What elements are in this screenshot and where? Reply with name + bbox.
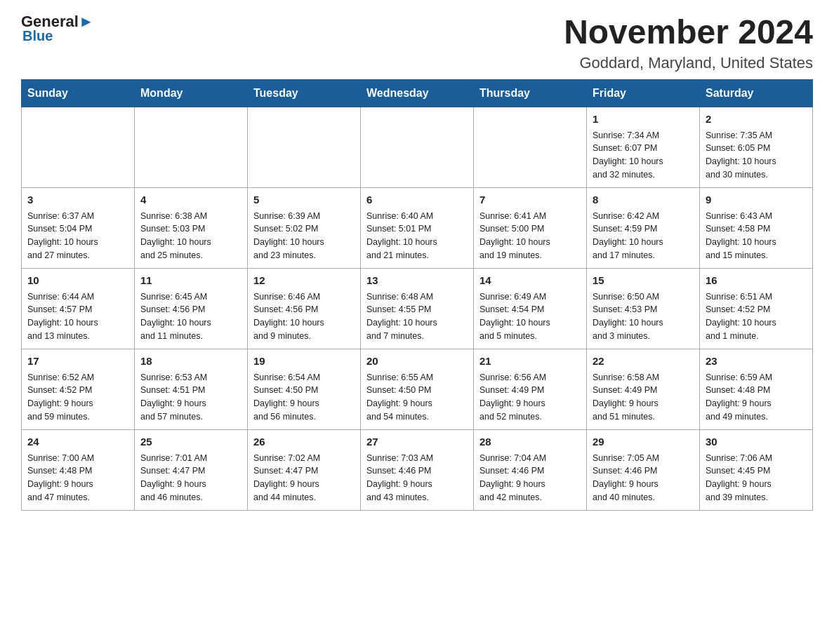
day-number: 23 bbox=[706, 354, 807, 369]
calendar-day-cell: 20Sunrise: 6:55 AM Sunset: 4:50 PM Dayli… bbox=[361, 349, 474, 429]
calendar-day-cell: 24Sunrise: 7:00 AM Sunset: 4:48 PM Dayli… bbox=[22, 429, 135, 510]
calendar-day-cell: 26Sunrise: 7:02 AM Sunset: 4:47 PM Dayli… bbox=[248, 429, 361, 510]
day-of-week-header: Tuesday bbox=[248, 79, 361, 107]
day-sun-info: Sunrise: 6:48 AM Sunset: 4:55 PM Dayligh… bbox=[366, 290, 468, 343]
day-number: 15 bbox=[593, 273, 694, 288]
calendar-day-cell: 3Sunrise: 6:37 AM Sunset: 5:04 PM Daylig… bbox=[22, 187, 135, 268]
calendar-day-cell: 25Sunrise: 7:01 AM Sunset: 4:47 PM Dayli… bbox=[135, 429, 248, 510]
day-number: 12 bbox=[253, 273, 355, 288]
day-sun-info: Sunrise: 7:03 AM Sunset: 4:46 PM Dayligh… bbox=[366, 452, 468, 504]
calendar-day-cell bbox=[135, 107, 248, 187]
day-sun-info: Sunrise: 6:52 AM Sunset: 4:52 PM Dayligh… bbox=[27, 371, 128, 424]
day-number: 25 bbox=[140, 434, 241, 450]
day-sun-info: Sunrise: 6:56 AM Sunset: 4:49 PM Dayligh… bbox=[479, 371, 581, 424]
day-of-week-header: Friday bbox=[587, 79, 700, 107]
calendar-day-cell: 5Sunrise: 6:39 AM Sunset: 5:02 PM Daylig… bbox=[248, 187, 361, 268]
calendar-week-row: 24Sunrise: 7:00 AM Sunset: 4:48 PM Dayli… bbox=[22, 429, 813, 510]
day-sun-info: Sunrise: 6:59 AM Sunset: 4:48 PM Dayligh… bbox=[706, 371, 807, 424]
day-number: 6 bbox=[366, 192, 468, 208]
calendar-day-cell: 27Sunrise: 7:03 AM Sunset: 4:46 PM Dayli… bbox=[361, 429, 474, 510]
day-of-week-header: Wednesday bbox=[361, 79, 474, 107]
day-number: 27 bbox=[366, 434, 468, 450]
day-number: 22 bbox=[593, 354, 694, 369]
day-sun-info: Sunrise: 7:04 AM Sunset: 4:46 PM Dayligh… bbox=[479, 452, 581, 504]
day-sun-info: Sunrise: 7:01 AM Sunset: 4:47 PM Dayligh… bbox=[140, 452, 241, 504]
calendar-table: SundayMondayTuesdayWednesdayThursdayFrid… bbox=[21, 79, 813, 511]
logo: General ► Blue bbox=[21, 14, 94, 44]
day-number: 17 bbox=[27, 354, 128, 369]
day-sun-info: Sunrise: 6:46 AM Sunset: 4:56 PM Dayligh… bbox=[253, 290, 355, 343]
day-number: 20 bbox=[366, 354, 468, 369]
day-sun-info: Sunrise: 7:00 AM Sunset: 4:48 PM Dayligh… bbox=[27, 452, 128, 504]
day-sun-info: Sunrise: 6:37 AM Sunset: 5:04 PM Dayligh… bbox=[27, 210, 128, 262]
day-sun-info: Sunrise: 6:44 AM Sunset: 4:57 PM Dayligh… bbox=[27, 290, 128, 343]
calendar-day-cell: 2Sunrise: 7:35 AM Sunset: 6:05 PM Daylig… bbox=[700, 107, 813, 187]
day-sun-info: Sunrise: 6:40 AM Sunset: 5:01 PM Dayligh… bbox=[366, 210, 468, 262]
calendar-header-row: SundayMondayTuesdayWednesdayThursdayFrid… bbox=[22, 79, 813, 107]
day-sun-info: Sunrise: 7:05 AM Sunset: 4:46 PM Dayligh… bbox=[593, 452, 694, 504]
day-number: 30 bbox=[706, 434, 807, 450]
day-number: 18 bbox=[140, 354, 241, 369]
day-number: 4 bbox=[140, 192, 241, 208]
day-number: 13 bbox=[366, 273, 468, 288]
day-sun-info: Sunrise: 7:34 AM Sunset: 6:07 PM Dayligh… bbox=[593, 129, 694, 182]
calendar-day-cell: 23Sunrise: 6:59 AM Sunset: 4:48 PM Dayli… bbox=[700, 349, 813, 429]
calendar-week-row: 17Sunrise: 6:52 AM Sunset: 4:52 PM Dayli… bbox=[22, 349, 813, 429]
calendar-day-cell: 6Sunrise: 6:40 AM Sunset: 5:01 PM Daylig… bbox=[361, 187, 474, 268]
title-area: November 2024 Goddard, Maryland, United … bbox=[564, 14, 813, 72]
day-sun-info: Sunrise: 6:55 AM Sunset: 4:50 PM Dayligh… bbox=[366, 371, 468, 424]
calendar-day-cell: 22Sunrise: 6:58 AM Sunset: 4:49 PM Dayli… bbox=[587, 349, 700, 429]
logo-blue-text: ► bbox=[79, 14, 94, 29]
calendar-day-cell: 9Sunrise: 6:43 AM Sunset: 4:58 PM Daylig… bbox=[700, 187, 813, 268]
calendar-day-cell: 29Sunrise: 7:05 AM Sunset: 4:46 PM Dayli… bbox=[587, 429, 700, 510]
calendar-day-cell: 10Sunrise: 6:44 AM Sunset: 4:57 PM Dayli… bbox=[22, 268, 135, 349]
day-sun-info: Sunrise: 7:06 AM Sunset: 4:45 PM Dayligh… bbox=[706, 452, 807, 504]
day-of-week-header: Saturday bbox=[700, 79, 813, 107]
month-title: November 2024 bbox=[564, 14, 813, 51]
day-sun-info: Sunrise: 6:39 AM Sunset: 5:02 PM Dayligh… bbox=[253, 210, 355, 262]
calendar-day-cell: 16Sunrise: 6:51 AM Sunset: 4:52 PM Dayli… bbox=[700, 268, 813, 349]
day-number: 16 bbox=[706, 273, 807, 288]
day-number: 10 bbox=[27, 273, 128, 288]
day-number: 14 bbox=[479, 273, 581, 288]
page-header: General ► Blue November 2024 Goddard, Ma… bbox=[21, 14, 813, 72]
calendar-day-cell: 4Sunrise: 6:38 AM Sunset: 5:03 PM Daylig… bbox=[135, 187, 248, 268]
logo-blue-word: Blue bbox=[21, 28, 53, 44]
calendar-week-row: 1Sunrise: 7:34 AM Sunset: 6:07 PM Daylig… bbox=[22, 107, 813, 187]
day-number: 8 bbox=[593, 192, 694, 208]
calendar-day-cell: 15Sunrise: 6:50 AM Sunset: 4:53 PM Dayli… bbox=[587, 268, 700, 349]
day-number: 26 bbox=[253, 434, 355, 450]
day-sun-info: Sunrise: 6:50 AM Sunset: 4:53 PM Dayligh… bbox=[593, 290, 694, 343]
calendar-day-cell: 18Sunrise: 6:53 AM Sunset: 4:51 PM Dayli… bbox=[135, 349, 248, 429]
day-of-week-header: Monday bbox=[135, 79, 248, 107]
day-of-week-header: Sunday bbox=[22, 79, 135, 107]
calendar-day-cell: 7Sunrise: 6:41 AM Sunset: 5:00 PM Daylig… bbox=[474, 187, 587, 268]
calendar-week-row: 10Sunrise: 6:44 AM Sunset: 4:57 PM Dayli… bbox=[22, 268, 813, 349]
logo-general: General bbox=[21, 14, 79, 29]
calendar-day-cell: 21Sunrise: 6:56 AM Sunset: 4:49 PM Dayli… bbox=[474, 349, 587, 429]
day-sun-info: Sunrise: 6:43 AM Sunset: 4:58 PM Dayligh… bbox=[706, 210, 807, 262]
day-number: 1 bbox=[593, 112, 694, 127]
calendar-day-cell: 30Sunrise: 7:06 AM Sunset: 4:45 PM Dayli… bbox=[700, 429, 813, 510]
day-number: 3 bbox=[27, 192, 128, 208]
calendar-day-cell bbox=[248, 107, 361, 187]
day-number: 5 bbox=[253, 192, 355, 208]
calendar-day-cell: 11Sunrise: 6:45 AM Sunset: 4:56 PM Dayli… bbox=[135, 268, 248, 349]
day-sun-info: Sunrise: 6:54 AM Sunset: 4:50 PM Dayligh… bbox=[253, 371, 355, 424]
calendar-day-cell: 14Sunrise: 6:49 AM Sunset: 4:54 PM Dayli… bbox=[474, 268, 587, 349]
day-of-week-header: Thursday bbox=[474, 79, 587, 107]
day-sun-info: Sunrise: 7:02 AM Sunset: 4:47 PM Dayligh… bbox=[253, 452, 355, 504]
day-sun-info: Sunrise: 7:35 AM Sunset: 6:05 PM Dayligh… bbox=[706, 129, 807, 182]
day-sun-info: Sunrise: 6:45 AM Sunset: 4:56 PM Dayligh… bbox=[140, 290, 241, 343]
calendar-day-cell: 28Sunrise: 7:04 AM Sunset: 4:46 PM Dayli… bbox=[474, 429, 587, 510]
day-sun-info: Sunrise: 6:53 AM Sunset: 4:51 PM Dayligh… bbox=[140, 371, 241, 424]
day-number: 19 bbox=[253, 354, 355, 369]
day-number: 11 bbox=[140, 273, 241, 288]
day-sun-info: Sunrise: 6:41 AM Sunset: 5:00 PM Dayligh… bbox=[479, 210, 581, 262]
day-sun-info: Sunrise: 6:38 AM Sunset: 5:03 PM Dayligh… bbox=[140, 210, 241, 262]
day-number: 9 bbox=[706, 192, 807, 208]
day-number: 21 bbox=[479, 354, 581, 369]
calendar-day-cell: 1Sunrise: 7:34 AM Sunset: 6:07 PM Daylig… bbox=[587, 107, 700, 187]
day-number: 2 bbox=[706, 112, 807, 127]
day-sun-info: Sunrise: 6:42 AM Sunset: 4:59 PM Dayligh… bbox=[593, 210, 694, 262]
